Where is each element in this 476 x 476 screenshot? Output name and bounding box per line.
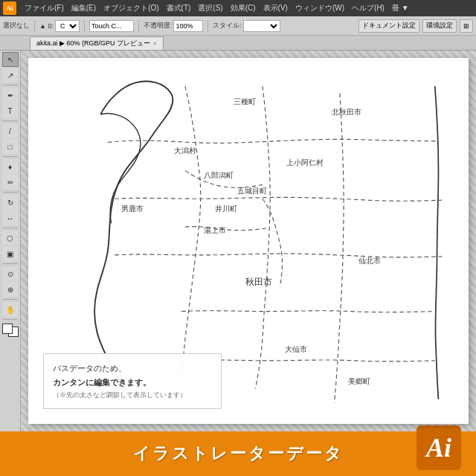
- app: Ai ファイル(F) 編集(E) オブジェクト(O) 書式(T) 選択(S) 効…: [0, 0, 476, 476]
- brush-btn[interactable]: ♦: [2, 159, 19, 174]
- type-btn[interactable]: T: [2, 103, 19, 118]
- tab-bar: akita.ai ▶ 60% (RGB/GPU プレビュー ×: [0, 36, 476, 51]
- ai-logo-icon: Ai: [3, 1, 16, 15]
- svg-text:八郎潟町: 八郎潟町: [204, 171, 234, 179]
- toolbar-separator-3: [138, 20, 139, 32]
- eyedrop-btn[interactable]: ⊙: [2, 266, 19, 281]
- blend-btn[interactable]: ⬡: [2, 231, 19, 245]
- toolbar-separator-1: [34, 20, 35, 32]
- ai-badge: Ai: [416, 425, 461, 470]
- ai-badge-text: Ai: [426, 432, 451, 463]
- selection-label: 選択なし: [3, 21, 30, 30]
- doc-settings-button[interactable]: ドキュメント設定: [358, 19, 419, 33]
- document-tab[interactable]: akita.ai ▶ 60% (RGB/GPU プレビュー ×: [30, 36, 164, 50]
- menu-extra[interactable]: 冊 ▼: [388, 1, 413, 15]
- style-label: スタイル:: [213, 21, 242, 30]
- hand-btn[interactable]: ✋: [2, 302, 19, 317]
- svg-text:五城目町: 五城目町: [237, 187, 267, 195]
- preferences-button[interactable]: 環境設定: [422, 19, 457, 33]
- toolbar-separator-4: [208, 20, 208, 32]
- footer-title: イラストレーターデータ: [133, 443, 344, 465]
- menu-format[interactable]: 書式(T): [163, 1, 195, 15]
- menu-help[interactable]: ヘルプ(H): [348, 1, 388, 15]
- tool-separator-8: [3, 319, 18, 320]
- menu-select[interactable]: 選択(S): [194, 1, 226, 15]
- svg-text:大仙市: 大仙市: [285, 345, 307, 353]
- info-line2: カンタンに編集できます。: [53, 376, 212, 390]
- toolbar: 選択なし ▲ 0: C 不透明度: スタイル: ドキュメント設定 環境設定 ⊞: [0, 16, 476, 36]
- canvas-area: 北秋田市 三種町 大潟村 八郎潟町 上小阿仁村 男鹿市 五城目町 井川町: [21, 51, 476, 431]
- svg-text:上小阿仁村: 上小阿仁村: [286, 158, 324, 167]
- menu-bar: Ai ファイル(F) 編集(E) オブジェクト(O) 書式(T) 選択(S) 効…: [0, 0, 476, 16]
- toolbox: ↖ ↗ ✒ T / □ ♦ ✏ ↻ ↔ ⬡ ▣ ⊙ ⊕ ✋: [0, 51, 21, 431]
- fill-swatch[interactable]: [2, 324, 13, 334]
- direct-select-btn[interactable]: ↗: [2, 68, 19, 83]
- info-line3: （※先の太さなど調節して表示しています）: [53, 390, 212, 401]
- tool-separator-3: [3, 156, 18, 157]
- rotate-btn[interactable]: ↻: [2, 195, 19, 210]
- style-group: スタイル:: [213, 20, 280, 32]
- zoom-btn[interactable]: ⊕: [2, 282, 19, 297]
- footer: イラストレーターデータ Ai: [0, 431, 476, 476]
- touch-input[interactable]: [89, 20, 134, 32]
- fill-stroke-swatches[interactable]: [2, 324, 19, 337]
- point-dropdown[interactable]: C: [55, 20, 80, 32]
- opacity-input[interactable]: [173, 20, 203, 32]
- opacity-label: 不透明度:: [144, 21, 173, 30]
- line-btn[interactable]: /: [2, 123, 19, 138]
- point-label: ▲ 0:: [39, 22, 54, 30]
- menu-window[interactable]: ウィンドウ(W): [292, 1, 348, 15]
- arrange-button[interactable]: ⊞: [460, 19, 473, 33]
- svg-text:湯上市: 湯上市: [204, 226, 226, 234]
- svg-text:秋田市: 秋田市: [245, 277, 272, 287]
- color-swatches: [2, 324, 19, 337]
- svg-text:大潟村: 大潟村: [174, 147, 196, 155]
- style-dropdown[interactable]: [243, 20, 280, 32]
- tab-label: akita.ai ▶ 60% (RGB/GPU プレビュー: [36, 39, 150, 48]
- svg-text:北秋田市: 北秋田市: [332, 108, 361, 116]
- menu-edit[interactable]: 編集(E): [68, 1, 100, 15]
- touch-group: [89, 20, 134, 32]
- pen-btn[interactable]: ✒: [2, 88, 19, 103]
- main-area: ↖ ↗ ✒ T / □ ♦ ✏ ↻ ↔ ⬡ ▣ ⊙ ⊕ ✋: [0, 51, 476, 431]
- tool-separator-4: [3, 192, 18, 193]
- pencil-btn[interactable]: ✏: [2, 175, 19, 190]
- info-panel: パスデータのため、 カンタンに編集できます。 （※先の太さなど調節して表示してい…: [43, 353, 222, 409]
- canvas-content[interactable]: 北秋田市 三種町 大潟村 八郎潟町 上小阿仁村 男鹿市 五城目町 井川町: [28, 58, 469, 424]
- gradient-btn[interactable]: ▣: [2, 246, 19, 261]
- svg-text:仙北市: 仙北市: [358, 257, 381, 265]
- menu-view[interactable]: 表示(V): [260, 1, 292, 15]
- tool-separator-5: [3, 228, 18, 228]
- scale-btn[interactable]: ↔: [2, 210, 19, 225]
- selection-group: 選択なし: [3, 21, 30, 30]
- svg-text:美郷町: 美郷町: [348, 377, 370, 385]
- tool-separator-7: [3, 299, 18, 300]
- info-line1: パスデータのため、: [53, 361, 212, 376]
- menu-object[interactable]: オブジェクト(O): [100, 1, 162, 15]
- menu-file[interactable]: ファイル(F): [21, 1, 68, 15]
- rect-btn[interactable]: □: [2, 139, 19, 154]
- tab-close-button[interactable]: ×: [153, 40, 157, 47]
- menu-effect[interactable]: 効果(C): [227, 1, 260, 15]
- tool-separator-2: [3, 120, 18, 121]
- tool-separator-1: [3, 85, 18, 86]
- tool-separator-6: [3, 263, 18, 264]
- selection-tool-btn[interactable]: ↖: [2, 52, 19, 67]
- svg-text:男鹿市: 男鹿市: [121, 205, 144, 213]
- opacity-group: 不透明度:: [144, 20, 204, 32]
- svg-text:三種町: 三種町: [234, 97, 256, 106]
- point-group: ▲ 0: C: [39, 20, 80, 32]
- toolbar-separator-2: [84, 20, 85, 32]
- svg-text:井川町: 井川町: [215, 205, 237, 213]
